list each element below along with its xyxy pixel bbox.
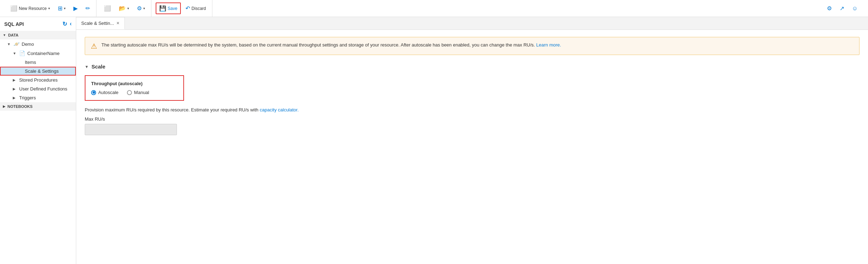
global-settings-button[interactable]: ⚙ [824,3,835,14]
open-button[interactable]: 📂 ▾ [116,3,132,14]
discard-label: Discard [191,6,206,11]
manual-radio-circle [127,90,132,95]
discard-icon: ↶ [185,5,190,12]
throughput-box: Throughput (autoscale) Autoscale Manual [85,75,184,101]
open-icon: 📂 [119,5,126,12]
tabs-bar: Scale & Settin... ✕ [76,17,868,30]
sidebar-item-triggers[interactable]: ▶ Triggers [0,93,76,102]
scale-section-chevron: ▼ [85,65,89,69]
throughput-title: Throughput (autoscale) [91,81,178,86]
chevron-down-icon2: ▾ [64,6,66,10]
scale-settings-label: Scale & Settings [25,68,73,74]
sidebar-section-notebooks[interactable]: ▶ NOTEBOOKS [0,102,76,111]
new-container-button[interactable]: ⬜ [101,3,114,14]
udf-label: User Defined Functions [19,86,73,92]
max-rus-input[interactable] [85,124,177,135]
demo-label: Demo [22,42,73,47]
smiley-button[interactable]: ☺ [849,3,861,14]
sidebar-item-udf[interactable]: ▶ User Defined Functions [0,84,76,93]
settings-gear-button[interactable]: ⚙ ▾ [134,3,148,14]
sidebar-item-items[interactable]: Items [0,58,76,67]
new-resource-label: New Resource [19,6,47,11]
sidebar-item-container[interactable]: ▼ 📄 ContainerName [0,49,76,58]
sidebar-item-stored-procedures[interactable]: ▶ Stored Procedures [0,76,76,84]
collapse-button[interactable]: ‹ [70,21,72,27]
notebooks-chevron: ▶ [3,105,5,108]
notebooks-section-label: NOTEBOOKS [7,104,33,109]
alert-message: The starting autoscale max RU/s will be … [101,42,535,48]
sidebar-item-demo[interactable]: ▼ 🪐 Demo [0,39,76,49]
provision-text: Provision maximum RU/s required by this … [85,106,859,114]
sidebar: SQL API ↻ ‹ ▼ DATA ▼ 🪐 Demo ▼ 📄 Containe… [0,17,76,264]
main-layout: SQL API ↻ ‹ ▼ DATA ▼ 🪐 Demo ▼ 📄 Containe… [0,17,868,264]
scale-section-header: ▼ Scale [85,64,859,70]
demo-chevron: ▼ [7,42,11,46]
external-link-icon: ↗ [840,5,844,12]
sp-chevron: ▶ [13,78,17,82]
container-tree-icon: 📄 [19,50,25,56]
sidebar-item-scale-settings[interactable]: Scale & Settings [0,67,76,76]
global-gear-icon: ⚙ [827,5,832,12]
autoscale-radio[interactable]: Autoscale [91,90,118,95]
max-rus-label: Max RU/s [85,116,859,122]
learn-more-link[interactable]: Learn more. [536,42,561,48]
chevron-down-icon: ▾ [48,6,50,10]
data-section-label: DATA [8,33,18,37]
content-body: ⚠ The starting autoscale max RU/s will b… [76,30,868,264]
refresh-button[interactable]: ↻ [62,21,67,27]
terminal-button[interactable]: ▶ [70,3,81,14]
throughput-radio-group: Autoscale Manual [91,90,178,95]
toolbar-group-container: ⬜ 📂 ▾ ⚙ ▾ [98,0,151,17]
udf-chevron: ▶ [13,87,17,91]
warning-icon: ⚠ [91,42,97,50]
database-icon: 🪐 [13,41,20,47]
toolbar-group-new: ⬜ New Resource ▾ ⊞ ▾ ▶ ✏ [4,0,96,17]
manual-label: Manual [134,90,149,95]
alert-text: The starting autoscale max RU/s will be … [101,42,561,49]
sidebar-header: SQL API ↻ ‹ [0,17,76,31]
container-icon: ⬜ [104,5,111,12]
toolbar-group-right: ⚙ ↗ ☺ [821,0,864,17]
gear-icon: ⚙ [137,5,142,12]
container-label: ContainerName [27,51,73,56]
open-query-icon: ⊞ [58,5,62,12]
toolbar-group-save: 💾 Save ↶ Discard [153,0,212,17]
capacity-calculator-link[interactable]: capacity calculator. [260,107,299,112]
tab-scale-settings[interactable]: Scale & Settin... ✕ [76,17,125,29]
chevron-down-icon3: ▾ [127,6,129,10]
items-label: Items [25,60,73,65]
manual-radio[interactable]: Manual [127,90,149,95]
content-area: Scale & Settin... ✕ ⚠ The starting autos… [76,17,868,264]
triggers-chevron: ▶ [13,96,17,100]
toolbar: ⬜ New Resource ▾ ⊞ ▾ ▶ ✏ ⬜ 📂 ▾ ⚙ ▾ 💾 S [0,0,868,17]
sidebar-section-data[interactable]: ▼ DATA [0,31,76,39]
external-link-button[interactable]: ↗ [836,3,847,14]
stored-procedures-label: Stored Procedures [19,77,73,83]
chevron-down-icon4: ▾ [143,6,145,10]
alert-box: ⚠ The starting autoscale max RU/s will b… [85,37,859,55]
triggers-label: Triggers [19,95,73,100]
discard-button[interactable]: ↶ Discard [182,3,209,14]
open-query-button[interactable]: ⊞ ▾ [55,3,69,14]
terminal-icon: ▶ [73,5,78,12]
tab-label: Scale & Settin... [81,21,114,26]
sidebar-header-actions: ↻ ‹ [62,21,72,27]
provision-description: Provision maximum RU/s required by this … [85,107,258,112]
smiley-icon: ☺ [852,5,858,12]
brush-button[interactable]: ✏ [82,3,93,14]
container-chevron: ▼ [13,51,17,55]
autoscale-label: Autoscale [98,90,118,95]
save-label: Save [168,6,177,11]
brush-icon: ✏ [85,5,90,12]
save-button[interactable]: 💾 Save [156,2,181,14]
new-resource-icon: ⬜ [10,5,17,12]
autoscale-radio-circle [91,90,96,95]
section-chevron-down: ▼ [3,33,6,37]
scale-section-label: Scale [91,64,105,70]
sidebar-title: SQL API [4,21,24,27]
new-resource-button[interactable]: ⬜ New Resource ▾ [7,3,53,14]
save-icon: 💾 [159,5,166,12]
tab-close-icon[interactable]: ✕ [116,21,119,26]
